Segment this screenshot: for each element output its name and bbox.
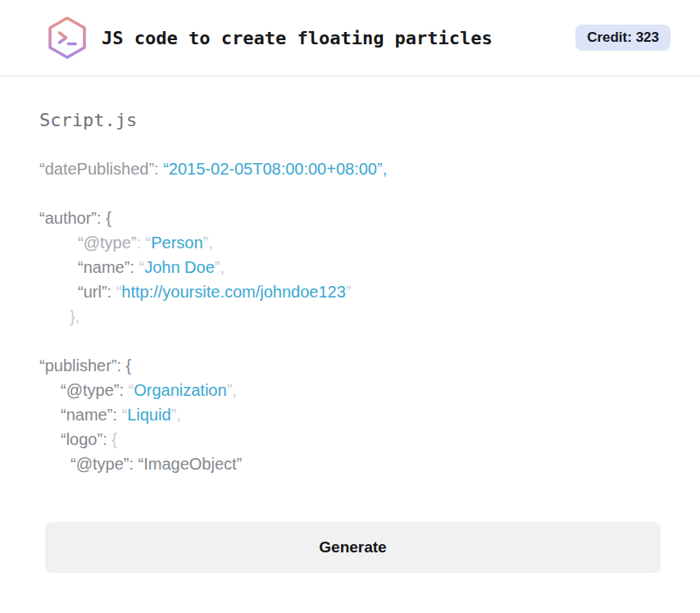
code-token: “datePublished”: <box>39 160 163 178</box>
code-line: “datePublished”: “2015-02-05T08:00:00+08… <box>39 157 661 181</box>
code-line: “url”: “http://yoursite.com/johndoe123” <box>39 279 661 304</box>
app-logo <box>46 16 89 60</box>
code-token: ” <box>346 283 352 301</box>
code-line: “@type”: “Person”, <box>39 230 661 255</box>
code-line: “name”: “Liquid”, <box>39 402 661 427</box>
code-token: “name”: <box>61 406 121 424</box>
page-title: JS code to create floating particles <box>102 28 493 48</box>
code-token: “publisher”: { <box>39 356 131 375</box>
code-line: “logo”: { <box>39 427 661 452</box>
code-line: “author”: { <box>39 206 661 230</box>
code-token: “2015-02-05T08:00:00+08:00”, <box>163 160 387 178</box>
code-token: Liquid <box>127 406 170 424</box>
code-line: }, <box>39 304 661 329</box>
code-token: John Doe <box>144 258 215 276</box>
code-line: “@type”: “ImageObject” <box>39 452 661 476</box>
code-line <box>39 329 661 353</box>
code-token: “@type” <box>78 234 136 252</box>
code-token: “@type”: <box>61 381 129 399</box>
terminal-prompt-icon <box>46 16 89 60</box>
code-token: : “ <box>136 234 151 252</box>
code-line: “@type”: “Organization”, <box>39 378 661 402</box>
code-token: ”, <box>215 258 225 276</box>
code-line: “name”: “John Doe”, <box>39 255 661 279</box>
code-token: ”, <box>203 234 213 252</box>
main-content: Script.js “datePublished”: “2015-02-05T0… <box>0 110 700 573</box>
code-token: “@type”: “ImageObject” <box>70 455 242 473</box>
credit-badge: Credit: 323 <box>575 25 670 51</box>
code-token: Organization <box>134 381 226 399</box>
code-token: “logo”: <box>61 430 111 448</box>
file-title: Script.js <box>39 110 661 130</box>
code-block: “datePublished”: “2015-02-05T08:00:00+08… <box>39 157 661 476</box>
code-line: “publisher”: { <box>39 353 661 378</box>
code-token: }, <box>70 307 80 325</box>
code-token: “author”: { <box>39 209 111 227</box>
code-token: { <box>111 430 117 448</box>
generate-button[interactable]: Generate <box>45 522 661 573</box>
code-token: ”, <box>171 406 181 424</box>
code-token: “name”: <box>78 258 139 276</box>
code-line <box>39 181 661 206</box>
code-token: ”, <box>227 381 237 399</box>
code-token: Person <box>151 234 202 252</box>
code-token: http://yoursite.com/johndoe123 <box>121 283 346 301</box>
header: JS code to create floating particles Cre… <box>0 0 700 77</box>
code-token: “url”: <box>78 283 116 301</box>
